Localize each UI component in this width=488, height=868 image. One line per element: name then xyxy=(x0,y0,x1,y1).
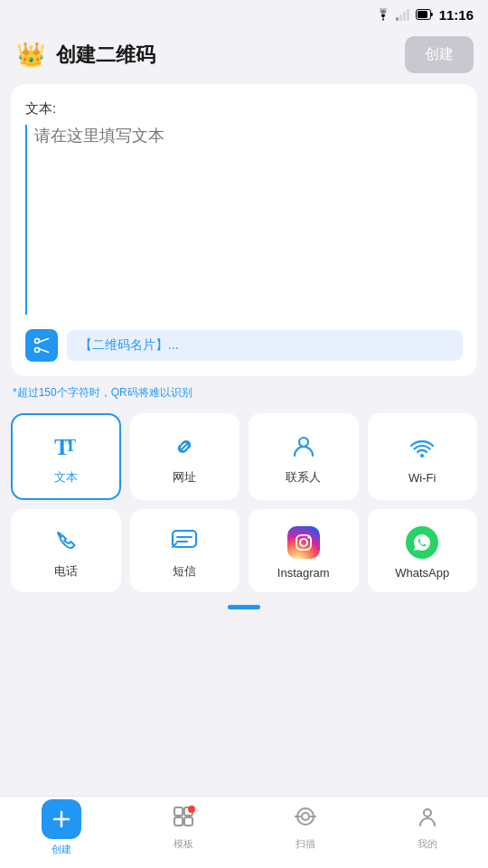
signal-status-icon xyxy=(396,8,410,21)
type-cell-sms[interactable]: 短信 xyxy=(130,509,240,592)
svg-point-18 xyxy=(300,539,307,546)
status-time: 11:16 xyxy=(439,7,474,23)
nav-item-template[interactable]: 模板 xyxy=(122,805,244,851)
create-nav-icon xyxy=(42,799,81,839)
warning-text: *超过150个字符时，QR码将难以识别 xyxy=(13,385,475,401)
phone-type-icon xyxy=(51,525,81,556)
type-cell-url[interactable]: 网址 xyxy=(130,413,240,500)
type-cell-contact-label: 联系人 xyxy=(286,469,321,486)
crown-icon: 👑 xyxy=(14,39,47,71)
scroll-indicator xyxy=(0,605,488,609)
page-title: 创建二维码 xyxy=(56,42,155,69)
svg-rect-3 xyxy=(407,9,409,21)
type-cell-instagram[interactable]: Instagram xyxy=(249,509,359,592)
field-label: 文本: xyxy=(25,100,463,118)
text-input[interactable] xyxy=(25,125,463,315)
header: 👑 创建二维码 创建 xyxy=(0,29,488,84)
type-cell-whatsapp[interactable]: WhatsApp xyxy=(368,509,478,592)
scan-nav-icon xyxy=(294,805,317,834)
svg-point-12 xyxy=(299,438,308,447)
svg-point-19 xyxy=(307,536,309,538)
type-grid-row2: 电话 短信 Instagram WhatsApp xyxy=(11,509,477,592)
tag-text[interactable]: 【二维码名片】... xyxy=(67,330,463,361)
type-cell-phone[interactable]: 电话 xyxy=(11,509,121,592)
url-type-icon xyxy=(169,431,200,462)
wifi-status-icon xyxy=(376,8,390,21)
contact-type-icon xyxy=(288,431,319,462)
svg-rect-25 xyxy=(184,817,192,826)
type-cell-instagram-label: Instagram xyxy=(277,566,330,580)
nav-label-create: 创建 xyxy=(52,843,71,856)
svg-line-8 xyxy=(39,339,48,343)
svg-rect-2 xyxy=(403,12,406,21)
scissors-icon xyxy=(33,336,51,354)
bottom-nav: 创建 模板 扫描 xyxy=(0,796,488,868)
battery-status-icon xyxy=(416,9,434,20)
sms-type-icon xyxy=(169,525,200,556)
text-type-icon: T T xyxy=(51,431,81,462)
nav-label-template: 模板 xyxy=(174,837,193,851)
type-cell-text[interactable]: T T 文本 xyxy=(11,413,121,500)
nav-item-scan[interactable]: 扫描 xyxy=(244,805,366,851)
svg-text:T: T xyxy=(65,437,76,455)
type-grid-row1: T T 文本 网址 联系人 Wi-Fi xyxy=(11,413,477,500)
type-cell-whatsapp-label: WhatsApp xyxy=(395,566,449,580)
svg-point-13 xyxy=(420,454,424,458)
nav-item-create[interactable]: 创建 xyxy=(0,799,122,856)
svg-line-9 xyxy=(39,349,48,353)
status-bar: 11:16 xyxy=(0,0,488,29)
svg-point-26 xyxy=(188,806,195,813)
svg-rect-5 xyxy=(418,11,427,18)
type-cell-wifi-label: Wi-Fi xyxy=(408,471,436,485)
svg-point-28 xyxy=(302,813,309,820)
wifi-type-icon xyxy=(407,433,437,464)
svg-rect-0 xyxy=(396,17,399,21)
mine-nav-icon xyxy=(416,805,439,834)
scroll-dot xyxy=(228,605,260,609)
type-cell-contact[interactable]: 联系人 xyxy=(249,413,359,500)
create-button[interactable]: 创建 xyxy=(405,36,474,73)
svg-rect-24 xyxy=(174,817,183,826)
nav-item-mine[interactable]: 我的 xyxy=(366,805,488,851)
instagram-icon xyxy=(287,526,320,559)
type-cell-phone-label: 电话 xyxy=(54,563,78,580)
template-nav-icon xyxy=(172,805,195,834)
type-cell-text-label: 文本 xyxy=(54,469,78,486)
type-cell-wifi[interactable]: Wi-Fi xyxy=(368,413,478,500)
tag-icon-button[interactable] xyxy=(25,329,58,362)
svg-point-31 xyxy=(424,809,431,816)
nav-label-mine: 我的 xyxy=(418,837,437,851)
tag-row: 【二维码名片】... xyxy=(25,329,463,362)
type-cell-sms-label: 短信 xyxy=(173,563,196,580)
svg-rect-22 xyxy=(174,807,183,816)
svg-rect-1 xyxy=(399,14,402,21)
nav-label-scan: 扫描 xyxy=(296,837,315,851)
whatsapp-icon xyxy=(406,526,438,559)
content-card: 文本: 【二维码名片】... xyxy=(11,84,477,376)
type-cell-url-label: 网址 xyxy=(173,469,196,486)
